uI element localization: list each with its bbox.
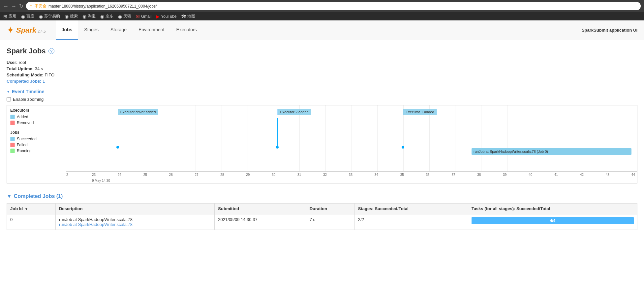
jobs-row: runJob at SparkHadoopWriter.scala:78 (Jo… bbox=[66, 138, 637, 171]
xaxis-label-39: 39 bbox=[503, 173, 506, 177]
xaxis-label-24: 24 bbox=[118, 173, 121, 177]
app-title: SparkSubmit application UI bbox=[582, 28, 637, 33]
legend-succeeded: Succeeded bbox=[10, 137, 63, 141]
enable-zoom-checkbox[interactable] bbox=[7, 97, 11, 101]
app-title-suffix: application UI bbox=[609, 28, 637, 33]
browser-chrome: ← → ↻ ⚠ 不安全 master:18080/history/applica… bbox=[0, 0, 644, 12]
back-button[interactable]: ← bbox=[3, 3, 9, 9]
legend-running: Running bbox=[10, 149, 63, 153]
cell-duration: 7 s bbox=[306, 214, 354, 230]
forward-button[interactable]: → bbox=[11, 3, 16, 9]
col-submitted-label: Submitted bbox=[218, 206, 239, 211]
xaxis-label-44: 44 bbox=[631, 173, 635, 177]
address-bar[interactable]: ⚠ 不安全 master:18080/history/application_1… bbox=[26, 2, 641, 10]
legend-failed-label: Failed bbox=[17, 143, 28, 147]
col-duration: Duration bbox=[306, 204, 354, 214]
sort-arrow-icon: ▼ bbox=[25, 207, 28, 211]
bookmark-gmail-label: Gmail bbox=[141, 14, 151, 19]
legend-removed-label: Removed bbox=[17, 121, 34, 125]
tab-storage[interactable]: Storage bbox=[105, 20, 133, 40]
xaxis-label-38: 38 bbox=[477, 173, 481, 177]
spark-version: 2.4.5 bbox=[38, 29, 46, 33]
col-duration-label: Duration bbox=[310, 206, 327, 211]
timeline-container: Executors Added Removed Jobs Succeeded bbox=[7, 105, 637, 183]
bookmark-suning-label: 苏宁易购 bbox=[44, 14, 60, 19]
table-row: 0 runJob at SparkHadoopWriter.scala:78 r… bbox=[7, 214, 637, 230]
help-link[interactable]: ? bbox=[48, 48, 54, 54]
completed-jobs-title: ▼ Completed Jobs (1) bbox=[7, 193, 637, 199]
col-tasks: Tasks (for all stages): Succeeded/Total bbox=[468, 204, 637, 214]
stages-value: 2/2 bbox=[358, 217, 364, 222]
xaxis-label-34: 34 bbox=[375, 173, 378, 177]
tab-environment[interactable]: Environment bbox=[133, 20, 170, 40]
col-stages: Stages: Succeeded/Total bbox=[354, 204, 468, 214]
refresh-button[interactable]: ↻ bbox=[19, 3, 23, 9]
uptime-row: Total Uptime: 34 s bbox=[7, 66, 637, 71]
col-submitted: Submitted bbox=[215, 204, 306, 214]
tasks-progress-bar: 4/4 bbox=[472, 217, 634, 224]
enable-zoom-row: Enable zooming bbox=[7, 97, 637, 102]
description-link[interactable]: runJob at SparkHadoopWriter.scala:78 bbox=[59, 222, 133, 227]
timeline-label: Event Timeline bbox=[12, 89, 45, 94]
uptime-value: 34 s bbox=[35, 66, 43, 71]
xaxis-label-25: 25 bbox=[143, 173, 147, 177]
bookmark-jd-label: 京东 bbox=[106, 14, 113, 19]
bookmark-tmall[interactable]: ◉ 天猫 bbox=[118, 14, 131, 19]
legend-succeeded-label: Succeeded bbox=[17, 137, 37, 141]
completed-label[interactable]: Completed Jobs: bbox=[7, 79, 41, 84]
bookmark-search[interactable]: ◉ 搜索 bbox=[65, 14, 78, 19]
tmall-icon: ◉ bbox=[118, 14, 122, 19]
legend-removed: Removed bbox=[10, 121, 63, 125]
col-job-id[interactable]: Job Id ▼ bbox=[7, 204, 56, 214]
jobs-table: Job Id ▼ Description Submitted Duration … bbox=[7, 203, 637, 230]
completed-count[interactable]: 1 bbox=[43, 79, 45, 84]
enable-zoom-label: Enable zooming bbox=[13, 97, 44, 102]
user-row: User: root bbox=[7, 60, 637, 65]
timeline-xaxis: 2 23 24 25 26 27 28 29 30 31 32 33 34 35 bbox=[66, 171, 637, 183]
xaxis-date: 9 May 14:30 bbox=[92, 179, 110, 182]
running-color-box bbox=[10, 149, 15, 153]
tab-jobs[interactable]: Jobs bbox=[56, 20, 78, 40]
legend-separator bbox=[10, 128, 63, 128]
legend-added: Added bbox=[10, 115, 63, 119]
tooltip-driver-added: Executor driver added bbox=[118, 109, 159, 115]
youtube-icon: ▶ bbox=[156, 14, 160, 19]
bookmark-map[interactable]: 🗺 地图 bbox=[181, 14, 195, 19]
bookmark-suning[interactable]: ◉ 苏宁易购 bbox=[39, 14, 60, 19]
col-tasks-label: Tasks (for all stages): Succeeded/Total bbox=[472, 206, 550, 211]
bookmark-taobao-label: 淘宝 bbox=[88, 14, 96, 19]
xaxis-label-36: 36 bbox=[426, 173, 430, 177]
bookmark-gmail[interactable]: ✉ Gmail bbox=[136, 14, 151, 19]
bookmark-taobao[interactable]: ◉ 淘宝 bbox=[82, 14, 96, 19]
xaxis-label-2: 2 bbox=[66, 173, 68, 177]
scheduling-value: FIFO bbox=[45, 72, 55, 77]
bookmark-youtube[interactable]: ▶ YouTube bbox=[156, 14, 176, 19]
bookmark-apps[interactable]: ⊞ 应用 bbox=[3, 14, 16, 19]
scheduling-label: Scheduling Mode: bbox=[7, 72, 44, 77]
completed-jobs-section: ▼ Completed Jobs (1) Job Id ▼ Descriptio… bbox=[7, 193, 637, 230]
user-value: root bbox=[19, 60, 26, 65]
bookmark-baidu[interactable]: ◉ 百度 bbox=[21, 14, 34, 19]
tab-executors[interactable]: Executors bbox=[170, 20, 203, 40]
col-description-label: Description bbox=[59, 206, 83, 211]
bookmark-map-label: 地图 bbox=[187, 14, 195, 19]
bookmark-jd[interactable]: ◉ 京东 bbox=[100, 14, 113, 19]
page-title: Spark Jobs bbox=[7, 47, 46, 55]
col-stages-label: Stages: Succeeded/Total bbox=[358, 206, 409, 211]
xaxis-label-23: 23 bbox=[92, 173, 96, 177]
xaxis-label-41: 41 bbox=[554, 173, 558, 177]
xaxis-label-42: 42 bbox=[580, 173, 584, 177]
jobs-legend-title: Jobs bbox=[10, 130, 63, 135]
info-section: User: root Total Uptime: 34 s Scheduling… bbox=[7, 60, 637, 84]
event-timeline-header[interactable]: ▼ Event Timeline bbox=[7, 89, 637, 94]
xaxis-inner: 2 23 24 25 26 27 28 29 30 31 32 33 34 35 bbox=[66, 172, 637, 183]
baidu-icon: ◉ bbox=[21, 14, 25, 19]
col-job-id-label: Job Id bbox=[10, 206, 23, 211]
timeline-arrow-icon: ▼ bbox=[7, 90, 10, 94]
scheduling-row: Scheduling Mode: FIFO bbox=[7, 72, 637, 77]
duration-value: 7 s bbox=[310, 217, 315, 222]
page-title-row: Spark Jobs ? bbox=[7, 47, 637, 55]
completed-jobs-label: Completed Jobs (1) bbox=[14, 193, 63, 199]
xaxis-label-37: 37 bbox=[451, 173, 455, 177]
tab-stages[interactable]: Stages bbox=[78, 20, 105, 40]
